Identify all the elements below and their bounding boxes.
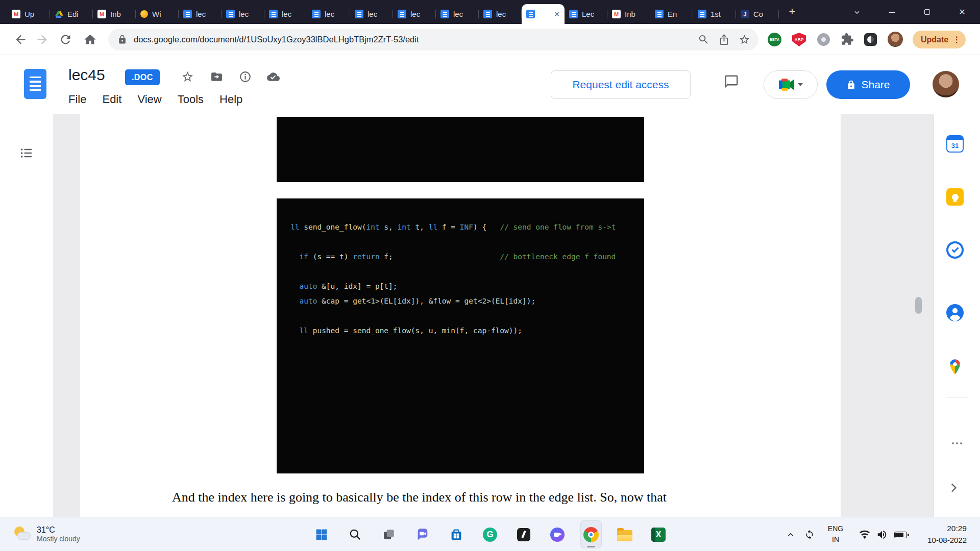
adblock-plus-icon[interactable]: ABP bbox=[792, 33, 806, 46]
menu-file[interactable]: File bbox=[68, 93, 86, 106]
search-button[interactable] bbox=[345, 520, 366, 548]
tab-title: lec bbox=[239, 10, 260, 18]
tab-title: En bbox=[668, 10, 689, 18]
menu-view[interactable]: View bbox=[137, 93, 161, 106]
document-outline-icon[interactable] bbox=[19, 146, 34, 160]
browser-tab[interactable]: En bbox=[650, 4, 693, 24]
new-tab-button[interactable]: + bbox=[785, 5, 799, 19]
request-edit-access-button[interactable]: Request edit access bbox=[551, 70, 691, 99]
wifi-icon[interactable] bbox=[859, 529, 870, 540]
dark-app-icon[interactable] bbox=[513, 520, 534, 548]
google-maps-icon[interactable] bbox=[946, 358, 964, 375]
saved-to-drive-cloud-icon[interactable] bbox=[267, 70, 280, 83]
bookmark-star-icon[interactable] bbox=[739, 34, 750, 45]
task-view-button[interactable] bbox=[378, 520, 400, 548]
browser-tab[interactable]: MUp bbox=[7, 4, 50, 24]
close-window-button[interactable]: ✕ bbox=[950, 0, 974, 24]
microsoft-store-icon[interactable] bbox=[446, 520, 467, 548]
browser-tab[interactable]: Edi bbox=[50, 4, 93, 24]
share-label: Share bbox=[861, 79, 890, 91]
dark-reader-extension-icon[interactable] bbox=[864, 33, 877, 46]
grey-extension-icon[interactable] bbox=[817, 33, 830, 46]
excel-icon[interactable] bbox=[648, 520, 669, 548]
share-button[interactable]: Share bbox=[826, 70, 910, 99]
droplet-tab-icon bbox=[140, 10, 148, 18]
home-button[interactable] bbox=[83, 33, 97, 46]
tab-title: Up bbox=[24, 10, 45, 18]
browser-profile-avatar[interactable] bbox=[888, 32, 903, 47]
google-docs-logo[interactable] bbox=[24, 69, 46, 99]
beta-extension-icon[interactable]: BETA bbox=[768, 33, 781, 46]
tray-chevron-up-icon[interactable] bbox=[786, 530, 795, 539]
tab-close-icon[interactable]: ✕ bbox=[554, 10, 560, 18]
browser-tab[interactable]: lec bbox=[436, 4, 479, 24]
chrome-icon[interactable] bbox=[580, 520, 602, 548]
extensions-puzzle-icon[interactable] bbox=[841, 33, 854, 46]
share-page-icon[interactable] bbox=[718, 34, 730, 45]
google-tasks-icon[interactable] bbox=[946, 241, 964, 259]
menu-help[interactable]: Help bbox=[219, 93, 242, 106]
document-area: ll send_one_flow(int s, int t, ll f = IN… bbox=[0, 114, 980, 517]
browser-tab[interactable]: lec bbox=[350, 4, 393, 24]
browser-tab-active[interactable]: ✕ bbox=[522, 4, 565, 24]
code-screenshot-image-partial[interactable] bbox=[277, 117, 644, 182]
clipchamp-icon[interactable] bbox=[547, 520, 568, 548]
browser-tab[interactable]: lec bbox=[179, 4, 222, 24]
move-to-folder-icon[interactable] bbox=[210, 70, 223, 83]
account-avatar[interactable] bbox=[933, 71, 959, 97]
browser-tab[interactable]: MInb bbox=[607, 4, 650, 24]
weather-widget[interactable]: 31°C Mostly cloudy bbox=[9, 521, 84, 547]
browser-tab[interactable]: lec bbox=[307, 4, 350, 24]
minimize-button[interactable] bbox=[880, 0, 904, 24]
tab-title: 1st bbox=[710, 10, 731, 18]
forward-button[interactable] bbox=[35, 33, 49, 46]
volume-icon[interactable] bbox=[876, 529, 888, 540]
tray-date: 10-08-2022 bbox=[927, 534, 967, 546]
language-indicator[interactable]: ENG IN bbox=[821, 523, 850, 545]
browser-tab[interactable]: lec bbox=[222, 4, 264, 24]
collapse-panel-chevron-icon[interactable] bbox=[947, 481, 960, 494]
chrome-update-button[interactable]: Update ⋮ bbox=[913, 31, 966, 48]
more-addons-icon[interactable] bbox=[948, 440, 966, 447]
browser-tab[interactable]: MInb bbox=[93, 4, 136, 24]
meet-button[interactable] bbox=[764, 70, 818, 99]
google-calendar-icon[interactable]: 31 bbox=[946, 135, 964, 153]
tab-title: lec bbox=[325, 10, 346, 18]
browser-tab[interactable]: lec bbox=[393, 4, 436, 24]
google-contacts-icon[interactable] bbox=[946, 304, 964, 321]
browser-tab[interactable]: Wi bbox=[136, 4, 179, 24]
back-button[interactable] bbox=[14, 33, 28, 46]
docs-tab-icon bbox=[312, 10, 321, 18]
google-keep-icon[interactable] bbox=[946, 188, 964, 206]
kebab-menu-icon[interactable]: ⋮ bbox=[952, 35, 961, 44]
docs-header: lec45 .DOC File Edit View Tools Help Req… bbox=[0, 55, 980, 114]
chevron-down-icon bbox=[798, 83, 803, 89]
reload-button[interactable] bbox=[59, 33, 72, 46]
grammarly-icon[interactable]: G bbox=[479, 520, 501, 548]
code-screenshot-image[interactable]: ll send_one_flow(int s, int t, ll f = IN… bbox=[277, 198, 644, 473]
document-status-info-icon[interactable] bbox=[239, 70, 252, 83]
tab-title: Edi bbox=[67, 10, 88, 18]
browser-tab[interactable]: 1st bbox=[693, 4, 736, 24]
tab-search-chevron-icon[interactable] bbox=[845, 0, 869, 24]
sync-icon[interactable] bbox=[804, 530, 815, 540]
teams-chat-icon[interactable] bbox=[412, 520, 433, 548]
clock-widget[interactable]: 20:29 10-08-2022 bbox=[927, 522, 967, 546]
menu-tools[interactable]: Tools bbox=[178, 93, 204, 106]
maximize-button[interactable] bbox=[915, 0, 939, 24]
star-document-icon[interactable] bbox=[181, 70, 194, 83]
browser-tab[interactable]: JCo bbox=[736, 4, 779, 24]
menu-edit[interactable]: Edit bbox=[102, 93, 121, 106]
browser-tab[interactable]: lec bbox=[479, 4, 522, 24]
battery-icon[interactable] bbox=[894, 532, 907, 538]
file-explorer-icon[interactable] bbox=[614, 520, 635, 548]
vertical-scrollbar-thumb[interactable] bbox=[915, 297, 922, 314]
comments-icon[interactable] bbox=[724, 74, 739, 89]
start-button[interactable] bbox=[311, 520, 332, 548]
browser-tab[interactable]: lec bbox=[264, 4, 307, 24]
browser-tab[interactable]: Lec bbox=[565, 4, 607, 24]
zoom-icon[interactable] bbox=[698, 34, 709, 45]
gmail-tab-icon: M bbox=[97, 10, 106, 18]
document-title[interactable]: lec45 bbox=[68, 66, 105, 84]
address-bar[interactable]: docs.google.com/document/d/1USoUxy1Gzoy3… bbox=[108, 29, 758, 51]
